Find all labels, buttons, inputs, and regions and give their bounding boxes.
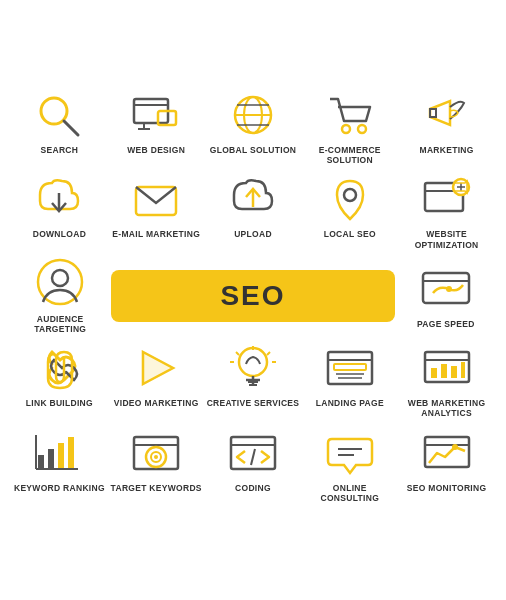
video-marketing-label: VIDEO MARKETING	[114, 398, 199, 408]
page-speed-icon	[418, 263, 474, 315]
online-consulting-icon	[322, 427, 378, 479]
item-creative-services: CREATIVE SERVICES	[207, 342, 300, 418]
item-global-solution: GLOBAL SOLUTION	[207, 89, 300, 165]
website-optimization-label: WEBSITE OPTIMIZATION	[400, 229, 493, 249]
svg-point-28	[446, 286, 452, 292]
search-label: SEARCH	[41, 145, 79, 155]
email-marketing-icon	[128, 173, 184, 225]
upload-label: UPLOAD	[234, 229, 272, 239]
item-page-speed: PAGE SPEED	[399, 263, 493, 329]
svg-rect-56	[58, 443, 64, 469]
item-marketing: MARKETING	[400, 89, 493, 165]
svg-line-37	[236, 352, 239, 355]
svg-rect-49	[441, 364, 447, 378]
seo-monitoring-icon	[419, 427, 475, 479]
local-seo-label: LOCAL SEO	[324, 229, 376, 239]
landing-page-label: LANDING PAGE	[316, 398, 384, 408]
upload-icon	[225, 173, 281, 225]
main-container: SEARCH WEB DESIGN	[8, 79, 498, 521]
marketing-label: MARKETING	[420, 145, 474, 155]
row-3: LINK BUILDING VIDEO MARKETING	[13, 342, 493, 418]
download-icon	[31, 173, 87, 225]
row-4: KEYWORD RANKING TARGET KEYWORDS	[13, 427, 493, 503]
item-video-marketing: VIDEO MARKETING	[110, 342, 203, 418]
seo-row: AUDIENCE TARGETING SEO PAGE SPEED	[13, 258, 493, 334]
item-web-design: WEB DESIGN	[110, 89, 203, 165]
link-building-label: LINK BUILDING	[26, 398, 93, 408]
web-marketing-analytics-label: WEB MARKETING ANALYTICS	[400, 398, 493, 418]
svg-point-13	[358, 125, 366, 133]
keyword-ranking-icon	[31, 427, 87, 479]
svg-line-67	[251, 449, 255, 465]
item-keyword-ranking: KEYWORD RANKING	[13, 427, 106, 503]
svg-point-18	[344, 189, 356, 201]
svg-rect-51	[461, 362, 465, 378]
search-icon	[31, 89, 87, 141]
online-consulting-label: ONLINE CONSULTING	[303, 483, 396, 503]
global-solution-icon	[225, 89, 281, 141]
svg-rect-14	[430, 109, 436, 117]
row-2: DOWNLOAD E-MAIL MARKETING UPLOAD	[13, 173, 493, 249]
item-email-marketing: E-MAIL MARKETING	[110, 173, 203, 249]
item-web-marketing-analytics: WEB MARKETING ANALYTICS	[400, 342, 493, 418]
svg-point-25	[52, 270, 68, 286]
seo-monitoring-label: SEO MONITORING	[407, 483, 487, 493]
item-local-seo: LOCAL SEO	[303, 173, 396, 249]
link-building-icon	[31, 342, 87, 394]
svg-point-31	[239, 348, 267, 376]
item-target-keywords: TARGET KEYWORDS	[110, 427, 203, 503]
svg-rect-57	[68, 437, 74, 469]
svg-point-12	[342, 125, 350, 133]
svg-line-1	[64, 121, 78, 135]
local-seo-icon	[322, 173, 378, 225]
web-design-icon	[128, 89, 184, 141]
creative-services-icon	[225, 342, 281, 394]
ecommerce-icon	[322, 89, 378, 141]
item-audience-targeting: AUDIENCE TARGETING	[13, 258, 107, 334]
item-online-consulting: ONLINE CONSULTING	[303, 427, 396, 503]
item-ecommerce: E-COMMERCE SOLUTION	[303, 89, 396, 165]
item-download: DOWNLOAD	[13, 173, 106, 249]
coding-label: CODING	[235, 483, 271, 493]
audience-targeting-icon	[32, 258, 88, 310]
svg-rect-54	[38, 455, 44, 469]
item-search: SEARCH	[13, 89, 106, 165]
keyword-ranking-label: KEYWORD RANKING	[14, 483, 105, 493]
svg-rect-48	[431, 368, 437, 378]
email-marketing-label: E-MAIL MARKETING	[112, 229, 200, 239]
item-seo-monitoring: SEO MONITORING	[400, 427, 493, 503]
svg-rect-43	[334, 364, 366, 370]
page-speed-label: PAGE SPEED	[417, 319, 475, 329]
svg-marker-29	[143, 352, 173, 384]
video-marketing-icon	[128, 342, 184, 394]
item-website-optimization: WEBSITE OPTIMIZATION	[400, 173, 493, 249]
download-label: DOWNLOAD	[33, 229, 86, 239]
svg-point-64	[154, 455, 158, 459]
marketing-icon	[419, 89, 475, 141]
target-keywords-label: TARGET KEYWORDS	[111, 483, 202, 493]
item-link-building: LINK BUILDING	[13, 342, 106, 418]
item-coding: CODING	[207, 427, 300, 503]
web-design-label: WEB DESIGN	[127, 145, 185, 155]
seo-text: SEO	[220, 280, 285, 312]
coding-icon	[225, 427, 281, 479]
svg-rect-50	[451, 366, 457, 378]
website-optimization-icon	[419, 173, 475, 225]
global-solution-label: GLOBAL SOLUTION	[210, 145, 297, 155]
ecommerce-label: E-COMMERCE SOLUTION	[303, 145, 396, 165]
svg-rect-55	[48, 449, 54, 469]
svg-rect-70	[425, 437, 469, 467]
svg-point-73	[452, 444, 458, 450]
seo-banner: SEO	[111, 270, 394, 322]
audience-targeting-label: AUDIENCE TARGETING	[13, 314, 107, 334]
target-keywords-icon	[128, 427, 184, 479]
item-upload: UPLOAD	[207, 173, 300, 249]
web-marketing-analytics-icon	[419, 342, 475, 394]
landing-page-icon	[322, 342, 378, 394]
svg-line-38	[267, 352, 270, 355]
row-1: SEARCH WEB DESIGN	[13, 89, 493, 165]
creative-services-label: CREATIVE SERVICES	[207, 398, 300, 408]
item-landing-page: LANDING PAGE	[303, 342, 396, 418]
